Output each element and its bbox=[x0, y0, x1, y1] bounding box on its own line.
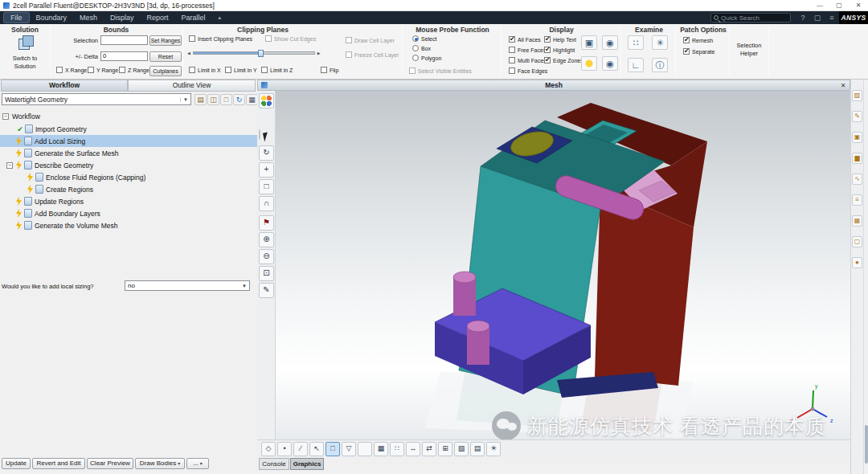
separate-checkbox[interactable]: Separate bbox=[683, 48, 714, 55]
rotate-view-icon[interactable]: ↻ bbox=[259, 145, 274, 161]
face-edges-checkbox[interactable]: Face Edges bbox=[509, 67, 547, 74]
point-probe-icon[interactable]: • bbox=[277, 442, 292, 456]
z-range-checkbox[interactable]: Z Range bbox=[119, 67, 149, 73]
camera-icon[interactable]: ▣ bbox=[852, 132, 862, 143]
workflow-item-add-local-sizing[interactable]: Add Local Sizing bbox=[0, 135, 257, 147]
limit-in-z-checkbox[interactable]: Limit in Z bbox=[261, 67, 293, 73]
menu-display[interactable]: Display bbox=[104, 12, 141, 23]
workflow-item-enclose-fluid-regions[interactable]: Enclose Fluid Regions (Capping) bbox=[0, 171, 257, 183]
triad-toggle-icon[interactable]: ◇ bbox=[261, 442, 276, 456]
ribbon-collapse-icon[interactable]: ▴ bbox=[212, 14, 228, 21]
graphics-viewport[interactable]: x y z bbox=[276, 91, 850, 439]
workflow-item-add-boundary-layers[interactable]: Add Boundary Layers bbox=[0, 207, 257, 219]
limit-in-x-checkbox[interactable]: Limit in X bbox=[189, 67, 221, 73]
revert-and-edit-button[interactable]: Revert and Edit bbox=[32, 458, 85, 469]
open-workflow-icon[interactable]: ◫ bbox=[207, 94, 219, 105]
hamburger-menu-icon[interactable]: ≡ bbox=[825, 14, 839, 22]
new-workflow-icon[interactable]: ▤ bbox=[194, 94, 207, 105]
highlight-checkbox[interactable]: Highlight bbox=[544, 47, 575, 53]
workflow-item-generate-volume-mesh[interactable]: Generate the Volume Mesh bbox=[0, 219, 257, 231]
sync-views-icon[interactable]: ⇄ bbox=[422, 442, 436, 456]
scene-shading-icon[interactable]: ▧ bbox=[454, 442, 469, 456]
wireframe-icon[interactable]: ▦ bbox=[374, 442, 388, 456]
zoom-out-icon[interactable]: ⊖ bbox=[259, 249, 274, 264]
views-icon[interactable]: ▢ bbox=[852, 236, 862, 247]
clear-preview-button[interactable]: Clear Preview bbox=[87, 458, 133, 469]
x-range-checkbox[interactable]: X Range bbox=[56, 67, 87, 73]
update-button[interactable]: Update bbox=[2, 458, 31, 469]
help-text-checkbox[interactable]: Help Text bbox=[544, 36, 576, 43]
selection-input[interactable] bbox=[100, 35, 148, 45]
probe-select-radio[interactable]: Select bbox=[412, 35, 436, 42]
slider-left-icon[interactable]: ◀ bbox=[187, 51, 190, 55]
workflow-item-create-regions[interactable]: Create Regions bbox=[0, 183, 257, 195]
show-cut-edges-checkbox[interactable]: Show Cut Edges bbox=[265, 35, 316, 42]
menu-parallel[interactable]: Parallel bbox=[175, 12, 212, 23]
slider-right-icon[interactable]: ▶ bbox=[317, 51, 321, 55]
menu-report[interactable]: Report bbox=[141, 12, 175, 23]
remesh-checkbox[interactable]: Remesh bbox=[683, 37, 713, 43]
probe-polygon-radio[interactable]: Polygon bbox=[412, 55, 441, 61]
chart-icon[interactable]: ▆ bbox=[852, 153, 862, 164]
display-all-icon[interactable] bbox=[358, 442, 372, 456]
quick-search-input[interactable]: Quick Search bbox=[710, 13, 791, 22]
sun-lighting-icon[interactable] bbox=[581, 56, 597, 71]
lighting-icon[interactable]: ☀ bbox=[486, 442, 501, 456]
scrollbar-thumb[interactable] bbox=[865, 425, 868, 464]
draw-bodies-button[interactable]: Draw Bodies▾ bbox=[135, 458, 185, 469]
set-ranges-button[interactable]: Set Ranges bbox=[149, 35, 182, 46]
collapse-icon[interactable]: − bbox=[6, 162, 13, 169]
curve-plot-icon[interactable]: ∿ bbox=[852, 174, 862, 185]
tab-console[interactable]: Console bbox=[259, 458, 289, 470]
graphics-close-icon[interactable]: ✕ bbox=[837, 82, 850, 89]
tab-outline-view[interactable]: Outline View bbox=[128, 80, 256, 92]
switch-to-solution-button[interactable]: Switch to Solution bbox=[3, 34, 47, 76]
insert-clipping-planes-checkbox[interactable]: Insert Clipping Planes bbox=[189, 35, 252, 42]
collapse-icon[interactable]: − bbox=[2, 113, 9, 120]
minimize-button[interactable]: — bbox=[810, 0, 829, 10]
fit-window-icon[interactable]: ⊞ bbox=[438, 442, 452, 456]
close-button[interactable]: ✕ bbox=[849, 0, 868, 10]
reset-button[interactable]: Reset bbox=[149, 51, 182, 62]
vertical-scrollbar[interactable] bbox=[863, 80, 868, 474]
palette-icon[interactable]: ▨ bbox=[852, 90, 862, 101]
arrow-probe-icon[interactable]: ↖ bbox=[309, 442, 324, 456]
help-icon[interactable]: ? bbox=[796, 14, 810, 22]
pan-view-icon[interactable]: + bbox=[259, 162, 274, 178]
refresh-workflow-icon[interactable]: ↻ bbox=[233, 94, 245, 105]
free-faces-checkbox[interactable]: Free Faces bbox=[509, 47, 546, 53]
save-workflow-icon[interactable]: □ bbox=[220, 94, 232, 105]
workflow-item-import-geometry[interactable]: ✔ Import Geometry bbox=[0, 123, 257, 135]
tab-workflow[interactable]: Workflow bbox=[1, 80, 128, 92]
layers-icon[interactable]: ▤ bbox=[470, 442, 485, 456]
zoom-in-icon[interactable]: ⊕ bbox=[259, 232, 274, 247]
menu-file[interactable]: File bbox=[3, 12, 30, 23]
workflow-type-select[interactable]: Watertight Geometry ▼ bbox=[2, 93, 191, 105]
record-icon[interactable]: ● bbox=[852, 257, 862, 268]
workflow-item-describe-geometry[interactable]: − Describe Geometry bbox=[0, 159, 257, 171]
maximize-button[interactable]: ▢ bbox=[829, 0, 849, 10]
all-faces-checkbox[interactable]: All Faces bbox=[509, 36, 541, 43]
menu-boundary[interactable]: Boundary bbox=[30, 12, 74, 23]
workflow-item-update-regions[interactable]: Update Regions bbox=[0, 195, 257, 207]
probe-points-icon[interactable]: ∷ bbox=[628, 35, 644, 50]
local-sizing-answer-select[interactable]: no ▼ bbox=[125, 280, 250, 291]
box-zoom-icon[interactable]: □ bbox=[259, 179, 274, 194]
select-cursor-icon[interactable] bbox=[259, 129, 260, 140]
report-list-icon[interactable]: ≡ bbox=[852, 194, 862, 206]
slider-track[interactable] bbox=[193, 51, 315, 55]
measure-icon[interactable]: ✎ bbox=[259, 283, 274, 298]
flag-icon[interactable]: ⚑ bbox=[259, 215, 274, 231]
clipping-plane-slider[interactable]: ◀ ▶ bbox=[187, 51, 321, 55]
workflow-options-icon[interactable]: ▦ bbox=[246, 94, 258, 105]
select-mode-icon[interactable]: □ bbox=[326, 442, 340, 456]
edge-zones-checkbox[interactable]: Edge Zones bbox=[544, 57, 583, 63]
annotate-icon[interactable]: ✎ bbox=[852, 111, 862, 122]
filter-icon[interactable]: ▽ bbox=[342, 442, 356, 456]
delta-input[interactable]: 0 bbox=[100, 51, 148, 61]
monitor-icon[interactable]: ▣ bbox=[581, 35, 597, 50]
workflow-item-generate-surface-mesh[interactable]: Generate the Surface Mesh bbox=[0, 147, 257, 159]
limit-in-y-checkbox[interactable]: Limit in Y bbox=[225, 67, 257, 73]
info-icon[interactable]: ⓘ bbox=[652, 58, 668, 72]
flip-checkbox[interactable]: Flip bbox=[321, 67, 338, 73]
